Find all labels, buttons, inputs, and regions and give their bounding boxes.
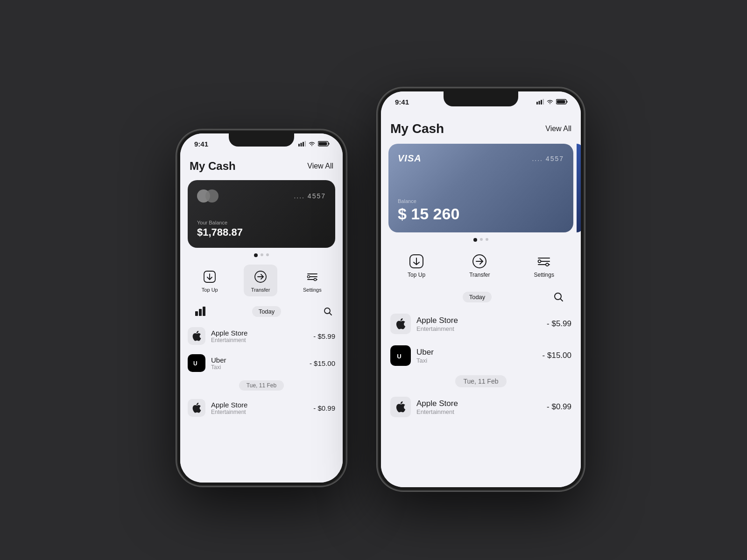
phone-2-card-last4: .... 4557 xyxy=(532,155,564,162)
phone-1-dots xyxy=(180,248,343,261)
visa-logo: VISA xyxy=(398,153,422,164)
transfer-icon xyxy=(252,268,269,285)
settings-icon-2 xyxy=(536,253,552,270)
card-peek xyxy=(577,144,581,232)
phone-1-card-last4: .... 4557 xyxy=(294,192,326,200)
phone-1-date-divider: Tue, 11 Feb xyxy=(180,377,343,394)
topup-svg xyxy=(203,270,216,283)
apple-cat-p2-1: Entertainment xyxy=(416,325,541,332)
transfer-icon-2 xyxy=(471,253,488,270)
phone-2-tx-header: Today xyxy=(381,287,581,308)
uber-icon-1: U xyxy=(188,354,205,372)
dot-p2-2 xyxy=(480,238,483,241)
apple-amount-2: - $0.99 xyxy=(313,404,335,412)
uber-amount-p2-1: - $15.00 xyxy=(543,351,571,360)
search-icon-2 xyxy=(554,292,563,301)
phone-2-card-top: VISA .... 4557 xyxy=(398,153,564,164)
phone-1-card[interactable]: .... 4557 Your Balance $1,788.87 xyxy=(188,180,335,248)
phone-2-screen: 9:41 xyxy=(381,91,581,487)
svg-rect-29 xyxy=(557,100,565,104)
phone-2-card-bottom: Balance $ 15 260 xyxy=(398,198,564,223)
transfer-label: Transfer xyxy=(251,287,270,293)
transfer-svg xyxy=(254,270,267,283)
svg-text:U: U xyxy=(397,353,402,360)
chart-icon xyxy=(188,305,213,318)
apple-icon-1 xyxy=(188,327,205,345)
uber-info-p2-1: Uber Taxi xyxy=(416,348,537,364)
phone-1-search-btn[interactable] xyxy=(320,304,335,319)
phone-2-card-container: VISA .... 4557 Balance $ 15 260 xyxy=(381,144,581,232)
chart-svg xyxy=(195,307,205,316)
svg-point-14 xyxy=(307,276,310,278)
svg-rect-28 xyxy=(567,101,568,103)
phone-2-status-icons xyxy=(536,99,571,105)
svg-point-37 xyxy=(538,260,541,263)
apple-name-2: Apple Store xyxy=(211,401,308,409)
phone-2-app: 9:41 xyxy=(381,91,581,487)
apple-amount-p2-1: - $5.99 xyxy=(547,319,571,329)
topup-icon xyxy=(201,268,218,285)
apple-logo-2 xyxy=(192,403,201,413)
phone-1: 9:41 xyxy=(177,131,345,485)
apple-cat-p2-2: Entertainment xyxy=(416,408,541,415)
transfer-svg-2 xyxy=(472,254,487,269)
phone-2-card[interactable]: VISA .... 4557 Balance $ 15 260 xyxy=(388,144,573,232)
svg-rect-3 xyxy=(305,141,306,147)
transfer-label-2: Transfer xyxy=(469,272,490,278)
svg-rect-16 xyxy=(195,311,198,316)
svg-rect-1 xyxy=(301,143,302,147)
uber-info-1: Uber Taxi xyxy=(211,356,304,371)
phone-2-search-btn[interactable] xyxy=(551,289,566,304)
topup-svg-2 xyxy=(409,254,424,269)
wifi-icon xyxy=(308,141,316,147)
phone-1-balance-label: Your Balance xyxy=(197,220,326,225)
uber-amount-1: - $15.00 xyxy=(310,359,335,367)
svg-rect-24 xyxy=(539,101,540,105)
apple-icon-p2-1 xyxy=(390,314,411,334)
topup-button-2[interactable]: Top Up xyxy=(400,249,433,282)
battery-icon-2 xyxy=(556,99,568,105)
apple-logo-p2-2 xyxy=(395,401,406,413)
tx-item-uber-p2-1: U Uber Taxi - $15.00 xyxy=(381,340,581,371)
phone-2-balance-label: Balance xyxy=(398,198,564,204)
settings-button[interactable]: Settings xyxy=(296,265,329,296)
apple-icon-p2-2 xyxy=(390,397,411,417)
phone-1-balance: $1,788.87 xyxy=(197,226,326,238)
apple-name-1: Apple Store xyxy=(211,329,308,337)
phone-2-view-all[interactable]: View All xyxy=(545,125,571,133)
tx-item-uber-1: U Uber Taxi - $15.00 xyxy=(180,350,343,377)
tx-item-apple-2: Apple Store Entertainment - $0.99 xyxy=(180,394,343,421)
phone-2-actions: Top Up Transfer xyxy=(381,245,581,287)
dot-1 xyxy=(254,253,258,257)
uber-cat-p2-1: Taxi xyxy=(416,357,537,364)
uber-name-p2-1: Uber xyxy=(416,348,537,357)
dot-3 xyxy=(266,253,269,256)
apple-info-p2-2: Apple Store Entertainment xyxy=(416,399,541,415)
apple-amount-p2-2: - $0.99 xyxy=(547,402,571,412)
settings-label: Settings xyxy=(303,287,322,293)
phone-1-view-all[interactable]: View All xyxy=(307,162,333,170)
svg-point-19 xyxy=(324,308,330,314)
svg-rect-5 xyxy=(329,143,330,145)
svg-point-38 xyxy=(546,263,549,266)
phone-1-transactions: Today xyxy=(180,302,343,421)
topup-button[interactable]: Top Up xyxy=(194,265,226,296)
topup-label-2: Top Up xyxy=(408,272,425,278)
transfer-button[interactable]: Transfer xyxy=(244,265,278,296)
phone-2-title: My Cash xyxy=(390,121,444,136)
svg-rect-26 xyxy=(543,99,544,105)
phone-1-notch xyxy=(229,133,294,147)
settings-button-2[interactable]: Settings xyxy=(527,249,562,282)
tx-item-apple-1: Apple Store Entertainment - $5.99 xyxy=(180,322,343,350)
apple-amount-1: - $5.99 xyxy=(313,332,335,340)
tx-item-apple-p2-1: Apple Store Entertainment - $5.99 xyxy=(381,308,581,340)
apple-logo-p2-1 xyxy=(395,318,406,329)
transfer-button-2[interactable]: Transfer xyxy=(462,249,497,282)
phone-2-date-divider: Tue, 11 Feb xyxy=(381,371,581,391)
phone-1-status-icons xyxy=(298,141,333,147)
dot-2 xyxy=(261,253,263,256)
apple-cat-2: Entertainment xyxy=(211,409,308,415)
apple-logo-1 xyxy=(192,331,201,341)
apple-icon-2 xyxy=(188,399,205,417)
svg-point-39 xyxy=(555,293,561,300)
